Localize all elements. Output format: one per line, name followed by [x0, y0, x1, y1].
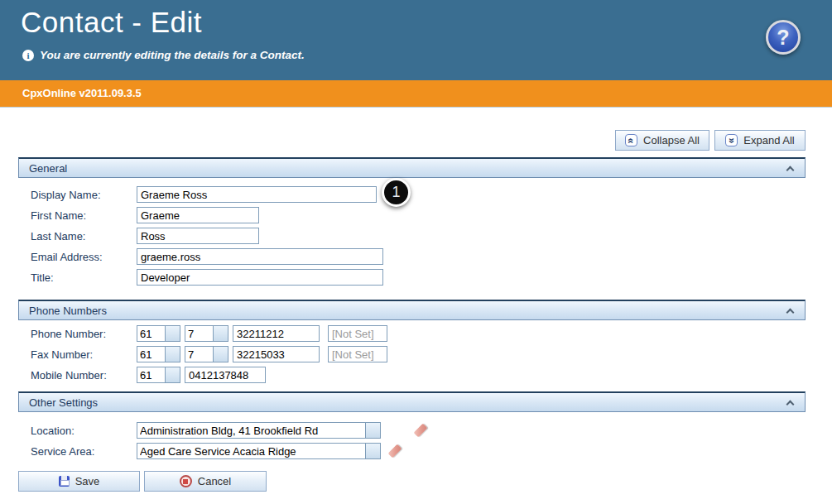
fax-country-code-combo [137, 346, 180, 362]
location-dropdown-value[interactable] [137, 423, 365, 438]
section-title-general: General [29, 162, 67, 175]
last-name-input[interactable] [137, 228, 259, 244]
double-chevron-up-icon: « [625, 134, 637, 146]
display-name-input[interactable] [137, 186, 377, 203]
phone-area-code-input[interactable] [185, 326, 213, 341]
collapse-expand-toolbar: « Collapse All « Expand All [615, 130, 806, 151]
page-title: Contact - Edit [21, 6, 202, 39]
save-button[interactable]: Save [18, 471, 140, 492]
fax-area-code-input[interactable] [185, 347, 213, 362]
fax-extension-input[interactable] [328, 346, 387, 362]
expand-all-button[interactable]: « Expand All [714, 130, 806, 151]
location-label: Location: [18, 425, 137, 437]
cancel-stop-icon [180, 475, 192, 487]
phone-number-row: Phone Number: [18, 324, 387, 343]
info-icon: i [22, 50, 34, 61]
location-dropdown[interactable] [137, 422, 381, 439]
phone-extension-input[interactable] [328, 325, 387, 342]
cancel-button-label: Cancel [198, 475, 231, 487]
fax-number-label: Fax Number: [18, 348, 137, 361]
page-subtitle-row: i You are currently editing the details … [22, 49, 305, 61]
mobile-number-label: Mobile Number: [18, 369, 137, 382]
phone-area-code-combo [185, 325, 228, 342]
service-area-dropdown[interactable] [137, 443, 381, 459]
title-label: Title: [18, 271, 137, 284]
dropdown-arrow-icon[interactable] [365, 444, 380, 458]
first-name-label: First Name: [18, 209, 137, 222]
fax-number-row: Fax Number: [18, 345, 387, 363]
content-area: « Collapse All « Expand All General Disp… [18, 108, 806, 504]
service-area-dropdown-value[interactable] [137, 444, 365, 458]
first-name-input[interactable] [137, 207, 259, 223]
email-label: Email Address: [18, 251, 137, 263]
save-button-label: Save [75, 475, 100, 487]
section-title-other-settings: Other Settings [29, 396, 98, 409]
page-header: Contact - Edit i You are currently editi… [0, 0, 832, 80]
title-input[interactable] [137, 269, 383, 286]
last-name-row: Last Name: [18, 227, 259, 245]
form-actions: Save Cancel [18, 471, 267, 492]
email-row: Email Address: [18, 247, 383, 266]
fax-country-code-input[interactable] [137, 347, 165, 362]
display-name-label: Display Name: [18, 189, 137, 201]
dropdown-arrow-icon[interactable] [165, 326, 180, 341]
section-title-phone-numbers: Phone Numbers [29, 305, 107, 317]
cancel-button[interactable]: Cancel [144, 471, 267, 492]
clear-location-eraser-icon[interactable] [414, 424, 428, 438]
chevron-up-icon [786, 166, 795, 175]
mobile-number-row: Mobile Number: [18, 366, 266, 384]
dropdown-arrow-icon[interactable] [165, 347, 180, 362]
page-subtitle: You are currently editing the details fo… [40, 49, 305, 61]
section-header-general[interactable]: General [18, 157, 806, 178]
dropdown-arrow-icon[interactable] [213, 326, 228, 341]
first-name-row: First Name: [18, 206, 259, 224]
section-header-other-settings[interactable]: Other Settings [18, 391, 806, 412]
phone-number-label: Phone Number: [18, 328, 137, 340]
collapse-all-button[interactable]: « Collapse All [615, 130, 709, 151]
service-area-row: Service Area: [18, 442, 402, 460]
help-icon[interactable]: ? [766, 20, 801, 55]
mobile-country-code-combo [137, 367, 180, 383]
phone-number-input[interactable] [233, 325, 320, 342]
section-header-phone-numbers[interactable]: Phone Numbers [18, 300, 806, 320]
version-bar: CpxOnline v2011.09.3.5 [0, 80, 832, 108]
phone-country-code-input[interactable] [137, 326, 165, 341]
mobile-number-input[interactable] [185, 367, 266, 383]
last-name-label: Last Name: [18, 230, 137, 242]
annotation-badge-1: 1 [382, 178, 411, 207]
display-name-row: Display Name: [18, 185, 377, 204]
collapse-all-label: Collapse All [643, 134, 700, 146]
fax-number-input[interactable] [233, 346, 320, 362]
chevron-up-icon [786, 309, 795, 317]
double-chevron-down-icon: « [725, 134, 738, 146]
phone-country-code-combo [137, 325, 180, 342]
expand-all-label: Expand All [743, 134, 794, 146]
clear-service-area-eraser-icon[interactable] [388, 444, 402, 458]
chevron-up-icon [786, 401, 795, 409]
mobile-country-code-input[interactable] [137, 367, 165, 382]
dropdown-arrow-icon[interactable] [365, 423, 380, 438]
fax-area-code-combo [185, 346, 228, 362]
location-row: Location: [18, 421, 427, 439]
save-floppy-icon [59, 476, 70, 487]
email-input[interactable] [137, 248, 383, 265]
service-area-label: Service Area: [18, 445, 137, 458]
title-row: Title: [18, 268, 383, 286]
dropdown-arrow-icon[interactable] [213, 347, 228, 362]
dropdown-arrow-icon[interactable] [165, 367, 180, 382]
